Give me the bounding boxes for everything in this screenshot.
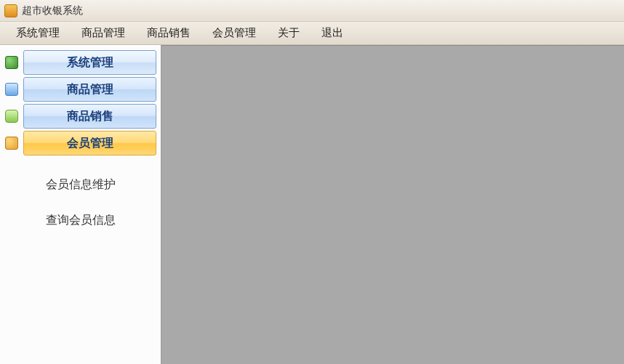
title-bar: 超市收银系统 bbox=[0, 0, 624, 22]
subitem-member-info[interactable]: 会员信息维护 bbox=[0, 167, 161, 203]
device-icon bbox=[0, 83, 23, 96]
sidebar-item-product[interactable]: 商品管理 bbox=[0, 76, 161, 102]
sidebar-item-system[interactable]: 系统管理 bbox=[0, 49, 161, 76]
subitem-query-member[interactable]: 查询会员信息 bbox=[0, 203, 161, 238]
menu-sales[interactable]: 商品销售 bbox=[144, 25, 193, 41]
sidebar-item-member[interactable]: 会员管理 bbox=[0, 130, 161, 156]
sidebar-item-sales[interactable]: 商品销售 bbox=[0, 103, 161, 129]
content-area: 系统管理 商品管理 商品销售 会员管理 会员信息维护 查询会员信息 bbox=[0, 45, 624, 364]
sidebar-button-sales: 商品销售 bbox=[23, 104, 156, 129]
sidebar-label: 系统管理 bbox=[67, 55, 113, 70]
main-panel bbox=[161, 45, 624, 364]
menu-system[interactable]: 系统管理 bbox=[13, 25, 63, 41]
menu-exit[interactable]: 退出 bbox=[319, 25, 346, 41]
users-icon bbox=[0, 56, 23, 69]
sidebar: 系统管理 商品管理 商品销售 会员管理 会员信息维护 查询会员信息 bbox=[0, 45, 161, 364]
menu-bar: 系统管理 商品管理 商品销售 会员管理 关于 退出 bbox=[0, 22, 624, 45]
sidebar-button-system: 系统管理 bbox=[23, 50, 156, 75]
menu-product[interactable]: 商品管理 bbox=[79, 25, 128, 41]
sidebar-label: 商品管理 bbox=[67, 82, 113, 97]
menu-member[interactable]: 会员管理 bbox=[209, 25, 259, 41]
sidebar-button-member: 会员管理 bbox=[23, 131, 156, 155]
sidebar-label: 会员管理 bbox=[67, 136, 113, 151]
user-icon bbox=[0, 137, 23, 150]
app-icon bbox=[4, 4, 17, 17]
window-title: 超市收银系统 bbox=[22, 4, 83, 17]
sidebar-label: 商品销售 bbox=[67, 109, 113, 124]
phone-icon bbox=[0, 110, 23, 123]
sidebar-button-product: 商品管理 bbox=[23, 77, 156, 102]
sidebar-subitems: 会员信息维护 查询会员信息 bbox=[0, 157, 161, 238]
menu-about[interactable]: 关于 bbox=[275, 25, 303, 41]
